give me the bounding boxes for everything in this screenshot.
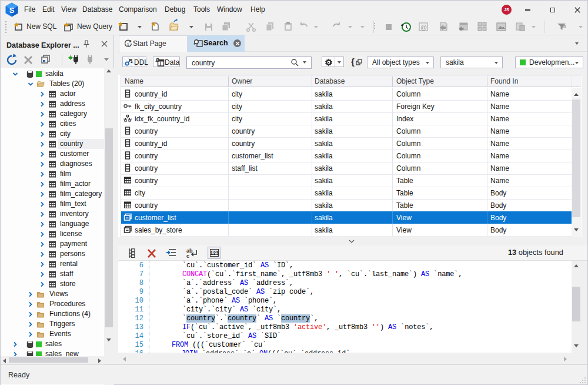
svg-text:c: c [186, 253, 189, 259]
svg-text:): ) [131, 117, 132, 121]
svg-text:@: @ [420, 24, 427, 31]
svg-text:(: ( [123, 117, 125, 121]
svg-text:1: 1 [127, 42, 130, 47]
svg-text:S: S [9, 6, 15, 15]
